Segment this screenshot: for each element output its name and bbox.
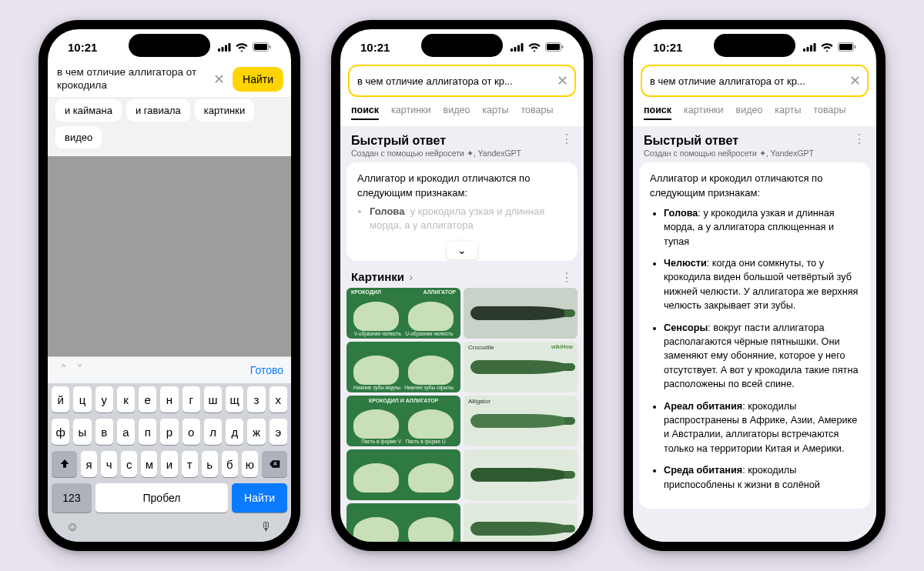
search-button[interactable]: Найти	[233, 67, 283, 92]
key[interactable]: ы	[73, 419, 91, 445]
tab-search[interactable]: поиск	[644, 105, 671, 120]
key[interactable]: д	[226, 419, 243, 445]
key[interactable]: б	[222, 451, 238, 477]
pic-thumb[interactable]	[464, 288, 578, 339]
key[interactable]: у	[95, 386, 113, 412]
answer-intro: Аллигатор и крокодил отличаются по следу…	[650, 172, 859, 199]
pics-title[interactable]: Картинки ›	[351, 270, 413, 283]
suggestion-chip[interactable]: и каймана	[55, 99, 122, 122]
svg-rect-2	[225, 45, 227, 52]
key[interactable]: ч	[101, 451, 117, 477]
search-input[interactable]: в чем отличие аллигатора от кр... ✕	[641, 65, 869, 97]
clear-icon[interactable]: ✕	[210, 71, 228, 88]
key[interactable]: м	[141, 451, 157, 477]
svg-rect-13	[562, 45, 564, 48]
notch	[714, 34, 795, 57]
key[interactable]: ф	[52, 419, 69, 445]
key[interactable]: э	[270, 419, 287, 445]
key[interactable]: п	[139, 419, 156, 445]
key[interactable]: а	[117, 419, 135, 445]
search-input[interactable]: в чем отличие аллигатора от кр... ✕	[348, 65, 576, 97]
search-row: в чем отличие аллигатора от крокодила ✕ …	[48, 63, 291, 97]
emoji-icon[interactable]: ☺	[66, 520, 79, 534]
tab-goods[interactable]: товары	[521, 105, 553, 120]
key[interactable]: х	[270, 386, 287, 412]
tab-images[interactable]: картинки	[684, 105, 723, 120]
quick-answer-card: Аллигатор и крокодил отличаются по следу…	[346, 162, 578, 261]
pic-thumb[interactable]: КРОКОДИЛ И АЛЛИГАТОР Пасть в форме V Пас…	[346, 396, 460, 446]
tab-search[interactable]: поиск	[351, 105, 379, 120]
more-icon[interactable]: ⋮	[853, 134, 865, 143]
pic-thumb[interactable]	[346, 503, 460, 542]
expand-button[interactable]: ⌄	[447, 241, 477, 259]
key[interactable]: и	[161, 451, 177, 477]
shift-key[interactable]	[52, 451, 77, 477]
more-icon[interactable]: ⋮	[561, 272, 573, 282]
key[interactable]: к	[117, 386, 135, 412]
key[interactable]: ц	[73, 386, 91, 412]
key[interactable]: с	[121, 451, 137, 477]
mic-icon[interactable]: 🎙	[260, 520, 273, 534]
tab-maps[interactable]: карты	[775, 105, 801, 120]
pic-thumb[interactable]	[464, 449, 578, 500]
key[interactable]: г	[182, 386, 200, 412]
pic-thumb[interactable]	[464, 503, 578, 542]
backspace-key[interactable]	[262, 451, 287, 477]
key[interactable]: н	[160, 386, 178, 412]
key[interactable]: е	[139, 386, 156, 412]
tabs: поиск картинки видео карты товары	[633, 102, 876, 126]
svg-rect-12	[547, 44, 560, 50]
pic-thumb[interactable]	[346, 449, 460, 500]
key[interactable]: л	[204, 419, 222, 445]
chevron-right-icon: ›	[406, 270, 413, 283]
key[interactable]: т	[182, 451, 198, 477]
key[interactable]: й	[52, 386, 69, 412]
tab-images[interactable]: картинки	[391, 105, 430, 120]
status-icons	[511, 42, 564, 52]
tab-video[interactable]: видео	[736, 105, 763, 120]
kbd-done[interactable]: Готово	[250, 364, 283, 376]
pic-thumb[interactable]: КРОКОДИЛ АЛЛИГАТОР V-образная челюсть U-…	[346, 288, 460, 339]
suggestion-chip[interactable]: и гавиала	[126, 99, 190, 122]
quick-answer-subtitle: Создан с помощью нейросети ✦, YandexGPT	[351, 149, 521, 158]
pic-thumb[interactable]: Alligator	[464, 396, 578, 446]
clear-icon[interactable]: ✕	[845, 72, 861, 89]
kbd-next-icon[interactable]: ˅	[72, 362, 88, 378]
answer-point: Среда обитания: крокодилы приспособлены …	[664, 463, 859, 492]
more-icon[interactable]: ⋮	[561, 134, 573, 143]
svg-rect-6	[270, 45, 271, 48]
key[interactable]: о	[182, 419, 200, 445]
tab-maps[interactable]: карты	[482, 105, 508, 120]
key[interactable]: ш	[204, 386, 222, 412]
key[interactable]: я	[81, 451, 97, 477]
space-key[interactable]: Пробел	[95, 483, 228, 513]
battery-icon	[253, 42, 271, 52]
numbers-key[interactable]: 123	[52, 483, 92, 513]
tab-video[interactable]: видео	[444, 105, 470, 120]
key[interactable]: р	[160, 419, 178, 445]
signal-icon	[218, 43, 231, 52]
key[interactable]: ю	[242, 451, 258, 477]
key[interactable]: ж	[247, 419, 265, 445]
clear-icon[interactable]: ✕	[552, 72, 568, 89]
suggestion-chip[interactable]: картинки	[195, 99, 255, 122]
kbd-prev-icon[interactable]: ˄	[55, 362, 72, 378]
keyboard: ˄˅ Готово й ц у к е н г ш щ з х ф ы в а	[48, 356, 291, 542]
search-input[interactable]: в чем отличие аллигатора от крокодила	[57, 66, 206, 92]
key[interactable]: щ	[226, 386, 243, 412]
key[interactable]: з	[247, 386, 265, 412]
key[interactable]: ь	[202, 451, 218, 477]
enter-key[interactable]: Найти	[232, 483, 287, 513]
battery-icon	[545, 42, 564, 52]
pic-thumb[interactable]: Нижние зубы видны Нижние зубы скрыты	[346, 342, 460, 392]
pic-thumb[interactable]: Crocodile wikiHow	[464, 342, 578, 392]
key[interactable]: в	[95, 419, 113, 445]
tab-goods[interactable]: товары	[813, 105, 845, 120]
svg-rect-15	[807, 47, 809, 52]
results-content[interactable]: Быстрый ответ Создан с помощью нейросети…	[340, 126, 584, 542]
answer-intro: Аллигатор и крокодил отличаются по следу…	[357, 172, 567, 199]
notch	[129, 34, 210, 57]
suggestion-chip[interactable]: видео	[55, 126, 102, 149]
results-content[interactable]: Быстрый ответ Создан с помощью нейросети…	[633, 126, 876, 542]
answer-point: Челюсти: когда они сомкнуты, то у крокод…	[664, 256, 859, 313]
